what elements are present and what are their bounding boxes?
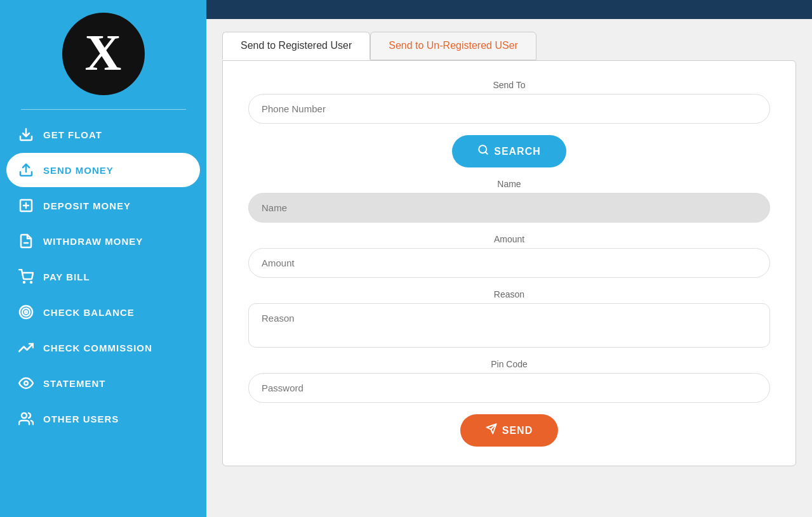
sidebar-item-check-commission[interactable]: CHECK COMMISSION [6,330,200,365]
amount-label: Amount [494,234,524,244]
svg-point-11 [24,381,28,385]
plus-square-icon [18,197,34,214]
send-to-group: Send To [248,80,770,124]
sidebar-item-pay-bill[interactable]: PAY BILL [6,259,200,294]
sidebar-item-get-float[interactable]: GET FLOAT [6,117,200,152]
password-input[interactable] [248,373,770,403]
eye-icon [18,375,34,391]
sidebar-item-withdraw-money[interactable]: WITHDRAW MONEY [6,224,200,258]
top-bar [206,0,812,19]
send-to-label: Send To [493,80,525,90]
phone-input[interactable] [248,94,770,124]
pin-label: Pin Code [491,359,528,369]
logo-area: X [0,0,206,101]
sidebar-item-withdraw-money-label: WITHDRAW MONEY [43,236,143,247]
trending-up-icon [18,339,34,356]
svg-point-9 [22,308,30,316]
logo-x-icon: X [85,27,122,78]
users-icon [18,410,34,427]
svg-point-6 [23,282,25,283]
sidebar-item-check-commission-label: CHECK COMMISSION [43,343,152,353]
pin-group: Pin Code [248,359,770,403]
svg-line-14 [486,152,488,154]
svg-point-12 [22,413,27,418]
upload-icon [18,162,34,178]
sidebar-item-check-balance[interactable]: CHECK BALANCE [6,295,200,329]
target-icon [18,304,34,320]
tab-registered[interactable]: Send to Registered User [222,32,370,60]
cart-icon [18,268,34,285]
search-button[interactable]: SEARCH [452,135,566,167]
sidebar-item-deposit-money-label: DEPOSIT MONEY [43,200,131,211]
name-label: Name [497,179,521,189]
search-icon [477,144,489,159]
sidebar-divider [21,109,186,110]
sidebar-item-send-money-label: SEND MONEY [43,165,114,176]
svg-point-7 [30,282,32,283]
content-area: Send to Registered User Send to Un-Regis… [206,19,812,517]
main-content: Send to Registered User Send to Un-Regis… [206,0,812,517]
send-button[interactable]: SEND [460,414,558,447]
download-icon [18,126,34,143]
sidebar-item-deposit-money[interactable]: DEPOSIT MONEY [6,188,200,223]
tabs: Send to Registered User Send to Un-Regis… [222,32,796,60]
name-group: Name [248,179,770,223]
reason-input[interactable] [248,303,770,348]
sidebar-item-pay-bill-label: PAY BILL [43,272,90,282]
sidebar-item-other-users[interactable]: OTHER USERS [6,402,200,436]
svg-point-10 [25,311,27,313]
sidebar-item-statement[interactable]: STATEMENT [6,366,200,400]
reason-group: Reason [248,289,770,348]
logo-circle: X [62,13,145,95]
send-icon [486,423,497,438]
form-card: Send To SEARCH Name Amount [222,60,796,466]
sidebar-item-send-money[interactable]: SEND MONEY [6,153,200,187]
nav-list: GET FLOAT SEND MONEY DEPOSIT MONEY [0,117,206,436]
sidebar-item-statement-label: STATEMENT [43,378,105,389]
sidebar-item-check-balance-label: CHECK BALANCE [43,307,135,318]
amount-group: Amount [248,234,770,278]
file-minus-icon [18,233,34,249]
name-input[interactable] [248,193,770,223]
amount-input[interactable] [248,248,770,278]
tab-unregistered[interactable]: Send to Un-Registered USer [370,32,536,60]
reason-label: Reason [494,289,524,299]
sidebar-item-get-float-label: GET FLOAT [43,129,102,140]
sidebar: X GET FLOAT SEND MONEY [0,0,206,517]
sidebar-item-other-users-label: OTHER USERS [43,414,119,424]
